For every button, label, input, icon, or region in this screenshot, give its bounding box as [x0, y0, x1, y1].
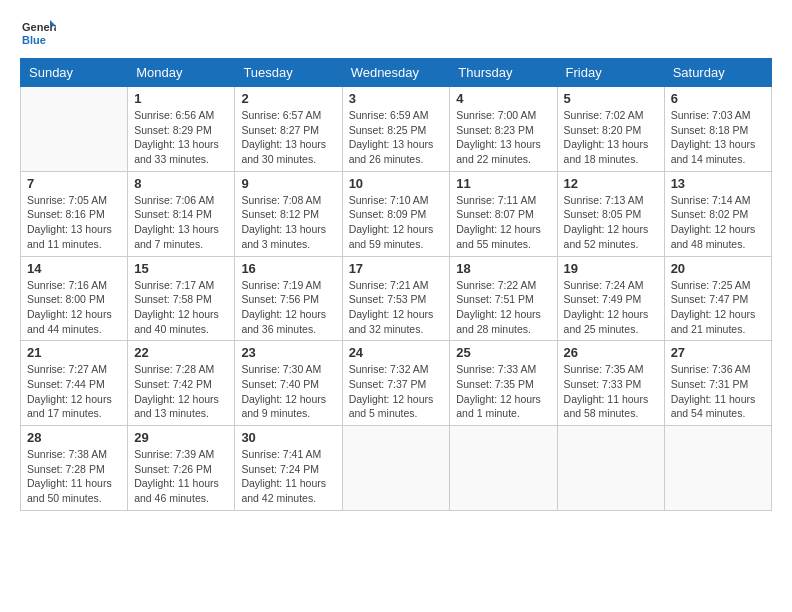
day-number: 9 [241, 176, 335, 191]
calendar-cell: 26Sunrise: 7:35 AM Sunset: 7:33 PM Dayli… [557, 341, 664, 426]
calendar-cell [557, 426, 664, 511]
day-info: Sunrise: 6:56 AM Sunset: 8:29 PM Dayligh… [134, 108, 228, 167]
calendar-week-row: 28Sunrise: 7:38 AM Sunset: 7:28 PM Dayli… [21, 426, 772, 511]
calendar-cell [342, 426, 450, 511]
day-info: Sunrise: 7:05 AM Sunset: 8:16 PM Dayligh… [27, 193, 121, 252]
day-number: 26 [564, 345, 658, 360]
day-number: 5 [564, 91, 658, 106]
day-number: 20 [671, 261, 765, 276]
calendar-cell: 2Sunrise: 6:57 AM Sunset: 8:27 PM Daylig… [235, 87, 342, 172]
day-info: Sunrise: 7:00 AM Sunset: 8:23 PM Dayligh… [456, 108, 550, 167]
day-info: Sunrise: 7:32 AM Sunset: 7:37 PM Dayligh… [349, 362, 444, 421]
calendar-cell: 3Sunrise: 6:59 AM Sunset: 8:25 PM Daylig… [342, 87, 450, 172]
weekday-header-sunday: Sunday [21, 59, 128, 87]
calendar-cell: 15Sunrise: 7:17 AM Sunset: 7:58 PM Dayli… [128, 256, 235, 341]
day-info: Sunrise: 7:17 AM Sunset: 7:58 PM Dayligh… [134, 278, 228, 337]
day-info: Sunrise: 7:19 AM Sunset: 7:56 PM Dayligh… [241, 278, 335, 337]
calendar-cell: 16Sunrise: 7:19 AM Sunset: 7:56 PM Dayli… [235, 256, 342, 341]
day-number: 3 [349, 91, 444, 106]
day-info: Sunrise: 7:36 AM Sunset: 7:31 PM Dayligh… [671, 362, 765, 421]
calendar-table: SundayMondayTuesdayWednesdayThursdayFrid… [20, 58, 772, 511]
calendar-week-row: 21Sunrise: 7:27 AM Sunset: 7:44 PM Dayli… [21, 341, 772, 426]
day-number: 25 [456, 345, 550, 360]
calendar-cell: 13Sunrise: 7:14 AM Sunset: 8:02 PM Dayli… [664, 171, 771, 256]
day-info: Sunrise: 7:27 AM Sunset: 7:44 PM Dayligh… [27, 362, 121, 421]
day-info: Sunrise: 7:13 AM Sunset: 8:05 PM Dayligh… [564, 193, 658, 252]
day-number: 10 [349, 176, 444, 191]
calendar-header-row: SundayMondayTuesdayWednesdayThursdayFrid… [21, 59, 772, 87]
weekday-header-thursday: Thursday [450, 59, 557, 87]
day-number: 24 [349, 345, 444, 360]
day-info: Sunrise: 7:39 AM Sunset: 7:26 PM Dayligh… [134, 447, 228, 506]
day-number: 6 [671, 91, 765, 106]
day-number: 27 [671, 345, 765, 360]
calendar-cell: 20Sunrise: 7:25 AM Sunset: 7:47 PM Dayli… [664, 256, 771, 341]
day-info: Sunrise: 7:35 AM Sunset: 7:33 PM Dayligh… [564, 362, 658, 421]
day-number: 13 [671, 176, 765, 191]
calendar-cell: 1Sunrise: 6:56 AM Sunset: 8:29 PM Daylig… [128, 87, 235, 172]
calendar-cell: 25Sunrise: 7:33 AM Sunset: 7:35 PM Dayli… [450, 341, 557, 426]
calendar-cell: 8Sunrise: 7:06 AM Sunset: 8:14 PM Daylig… [128, 171, 235, 256]
calendar-cell: 11Sunrise: 7:11 AM Sunset: 8:07 PM Dayli… [450, 171, 557, 256]
day-info: Sunrise: 7:03 AM Sunset: 8:18 PM Dayligh… [671, 108, 765, 167]
day-number: 8 [134, 176, 228, 191]
day-number: 29 [134, 430, 228, 445]
day-number: 23 [241, 345, 335, 360]
calendar-cell: 17Sunrise: 7:21 AM Sunset: 7:53 PM Dayli… [342, 256, 450, 341]
calendar-cell [21, 87, 128, 172]
calendar-cell: 7Sunrise: 7:05 AM Sunset: 8:16 PM Daylig… [21, 171, 128, 256]
calendar-cell [664, 426, 771, 511]
calendar-cell: 21Sunrise: 7:27 AM Sunset: 7:44 PM Dayli… [21, 341, 128, 426]
calendar-cell: 4Sunrise: 7:00 AM Sunset: 8:23 PM Daylig… [450, 87, 557, 172]
day-info: Sunrise: 7:14 AM Sunset: 8:02 PM Dayligh… [671, 193, 765, 252]
day-info: Sunrise: 7:02 AM Sunset: 8:20 PM Dayligh… [564, 108, 658, 167]
calendar-cell: 30Sunrise: 7:41 AM Sunset: 7:24 PM Dayli… [235, 426, 342, 511]
day-number: 19 [564, 261, 658, 276]
day-info: Sunrise: 6:57 AM Sunset: 8:27 PM Dayligh… [241, 108, 335, 167]
day-info: Sunrise: 7:10 AM Sunset: 8:09 PM Dayligh… [349, 193, 444, 252]
day-info: Sunrise: 6:59 AM Sunset: 8:25 PM Dayligh… [349, 108, 444, 167]
weekday-header-saturday: Saturday [664, 59, 771, 87]
day-info: Sunrise: 7:38 AM Sunset: 7:28 PM Dayligh… [27, 447, 121, 506]
day-number: 18 [456, 261, 550, 276]
day-info: Sunrise: 7:21 AM Sunset: 7:53 PM Dayligh… [349, 278, 444, 337]
day-number: 30 [241, 430, 335, 445]
logo-svg: General Blue [20, 16, 56, 52]
day-number: 22 [134, 345, 228, 360]
calendar-cell: 19Sunrise: 7:24 AM Sunset: 7:49 PM Dayli… [557, 256, 664, 341]
day-number: 21 [27, 345, 121, 360]
calendar-cell [450, 426, 557, 511]
weekday-header-wednesday: Wednesday [342, 59, 450, 87]
calendar-cell: 10Sunrise: 7:10 AM Sunset: 8:09 PM Dayli… [342, 171, 450, 256]
day-info: Sunrise: 7:22 AM Sunset: 7:51 PM Dayligh… [456, 278, 550, 337]
day-number: 2 [241, 91, 335, 106]
calendar-week-row: 7Sunrise: 7:05 AM Sunset: 8:16 PM Daylig… [21, 171, 772, 256]
calendar-cell: 28Sunrise: 7:38 AM Sunset: 7:28 PM Dayli… [21, 426, 128, 511]
day-number: 17 [349, 261, 444, 276]
day-number: 1 [134, 91, 228, 106]
day-info: Sunrise: 7:24 AM Sunset: 7:49 PM Dayligh… [564, 278, 658, 337]
calendar-cell: 9Sunrise: 7:08 AM Sunset: 8:12 PM Daylig… [235, 171, 342, 256]
logo: General Blue [20, 16, 56, 52]
calendar-cell: 29Sunrise: 7:39 AM Sunset: 7:26 PM Dayli… [128, 426, 235, 511]
day-number: 4 [456, 91, 550, 106]
day-info: Sunrise: 7:33 AM Sunset: 7:35 PM Dayligh… [456, 362, 550, 421]
day-info: Sunrise: 7:06 AM Sunset: 8:14 PM Dayligh… [134, 193, 228, 252]
weekday-header-friday: Friday [557, 59, 664, 87]
day-number: 12 [564, 176, 658, 191]
calendar-week-row: 1Sunrise: 6:56 AM Sunset: 8:29 PM Daylig… [21, 87, 772, 172]
day-info: Sunrise: 7:30 AM Sunset: 7:40 PM Dayligh… [241, 362, 335, 421]
calendar-week-row: 14Sunrise: 7:16 AM Sunset: 8:00 PM Dayli… [21, 256, 772, 341]
day-info: Sunrise: 7:08 AM Sunset: 8:12 PM Dayligh… [241, 193, 335, 252]
calendar-cell: 27Sunrise: 7:36 AM Sunset: 7:31 PM Dayli… [664, 341, 771, 426]
day-info: Sunrise: 7:11 AM Sunset: 8:07 PM Dayligh… [456, 193, 550, 252]
day-info: Sunrise: 7:41 AM Sunset: 7:24 PM Dayligh… [241, 447, 335, 506]
day-info: Sunrise: 7:28 AM Sunset: 7:42 PM Dayligh… [134, 362, 228, 421]
svg-text:Blue: Blue [22, 34, 46, 46]
weekday-header-tuesday: Tuesday [235, 59, 342, 87]
calendar-cell: 5Sunrise: 7:02 AM Sunset: 8:20 PM Daylig… [557, 87, 664, 172]
day-number: 15 [134, 261, 228, 276]
day-info: Sunrise: 7:25 AM Sunset: 7:47 PM Dayligh… [671, 278, 765, 337]
calendar-cell: 6Sunrise: 7:03 AM Sunset: 8:18 PM Daylig… [664, 87, 771, 172]
day-info: Sunrise: 7:16 AM Sunset: 8:00 PM Dayligh… [27, 278, 121, 337]
